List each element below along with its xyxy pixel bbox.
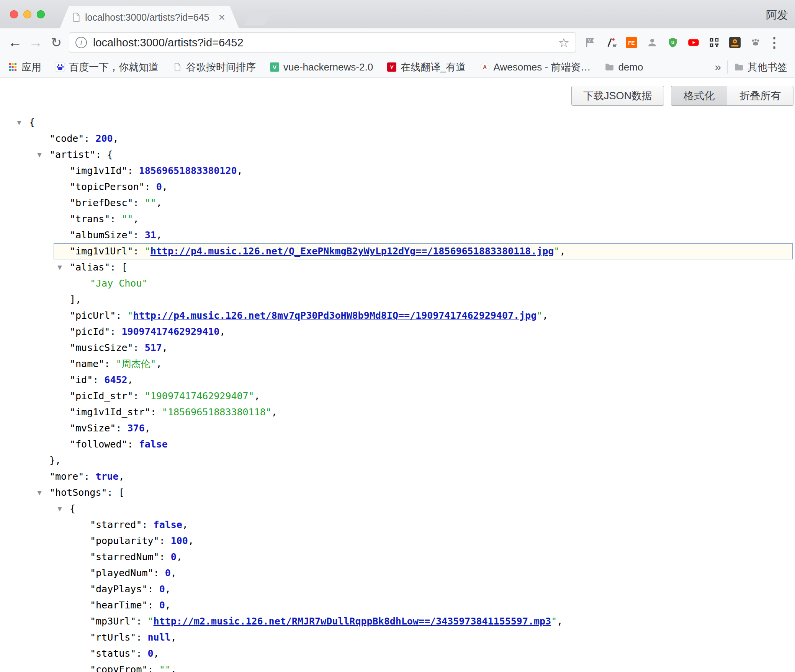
json-punctuation: : <box>133 246 145 257</box>
json-punctuation: , <box>113 133 119 144</box>
browser-toolbar: ← → ↻ i localhost:3000/artists?id=6452 ☆… <box>0 28 795 57</box>
json-punctuation: , <box>237 165 243 176</box>
player-extension-icon[interactable] <box>727 34 743 51</box>
translate-extension-icon[interactable]: en <box>603 34 619 51</box>
fehelper-extension-icon[interactable]: FE <box>623 34 640 51</box>
site-info-icon[interactable]: i <box>75 37 87 48</box>
json-link[interactable]: http://p4.music.126.net/8mv7qP30Pd3oHW8b… <box>133 310 537 321</box>
bookmark-item[interactable]: Y在线翻译_有道 <box>387 61 466 74</box>
json-punctuation: : <box>116 310 127 321</box>
json-string: " <box>128 310 133 321</box>
json-string: "Jay Chou" <box>90 278 148 289</box>
json-string: "" <box>159 664 171 672</box>
json-punctuation: { <box>29 117 35 128</box>
bookmark-item[interactable]: 谷歌按时间排序 <box>172 61 256 74</box>
json-punctuation: , <box>171 567 177 579</box>
bookmark-item[interactable]: AAwesomes - 前端资… <box>480 61 591 74</box>
svg-text:V: V <box>588 39 591 43</box>
json-punctuation: : <box>110 326 121 337</box>
json-punctuation: : <box>110 262 121 273</box>
qrcode-extension-icon[interactable] <box>706 34 722 51</box>
json-number: 18569651883380120 <box>139 165 237 176</box>
json-line: "playedNum": 0, <box>0 565 795 581</box>
json-line: "starredNum": 0, <box>0 549 795 565</box>
json-line: "picId_str": "19097417462929407", <box>0 388 795 404</box>
json-punctuation: { <box>107 149 113 160</box>
bookmark-item[interactable]: Vvue-hackernews-2.0 <box>270 61 373 73</box>
json-punctuation: : <box>107 487 119 498</box>
close-window-button[interactable] <box>10 10 18 18</box>
json-punctuation: , <box>156 358 162 369</box>
json-punctuation: : <box>133 390 145 402</box>
bookmark-star-icon[interactable]: ☆ <box>558 35 569 50</box>
new-tab-button[interactable] <box>244 10 273 25</box>
other-bookmarks[interactable]: 其他书签 <box>734 61 787 74</box>
json-number: 0 <box>165 567 171 579</box>
collapse-all-button[interactable]: 折叠所有 <box>727 86 793 106</box>
json-key: "more" <box>49 471 84 482</box>
collapse-arrow-icon[interactable]: ▼ <box>15 115 24 131</box>
bookmark-item[interactable]: 应用 <box>8 61 41 74</box>
bookmark-label: 在线翻译_有道 <box>401 61 466 74</box>
collapse-arrow-icon[interactable]: ▼ <box>35 147 44 163</box>
v-flag-extension-icon[interactable]: V <box>582 34 598 51</box>
json-punctuation: : <box>128 165 139 176</box>
address-bar[interactable]: i localhost:3000/artists?id=6452 ☆ <box>69 32 576 53</box>
json-punctuation: : <box>159 535 171 546</box>
bookmarks-overflow-icon[interactable]: » <box>715 61 721 74</box>
bookmark-item[interactable]: 百度一下，你就知道 <box>55 61 159 74</box>
reload-button[interactable]: ↻ <box>46 35 67 50</box>
bookmark-label: vue-hackernews-2.0 <box>283 61 373 73</box>
json-punctuation: : <box>148 583 159 595</box>
json-literal: false <box>139 439 168 450</box>
youtube-extension-icon[interactable] <box>685 34 702 51</box>
other-bookmarks-label: 其他书签 <box>748 61 787 74</box>
browser-menu-icon[interactable]: ⋮ <box>766 34 783 51</box>
json-punctuation: : <box>136 648 147 659</box>
json-key: "topicPerson" <box>70 181 145 192</box>
json-link[interactable]: http://p4.music.126.net/Q_ExePNkmgB2yWyL… <box>150 246 554 257</box>
json-number: 0 <box>156 181 162 192</box>
json-punctuation: : <box>159 551 171 562</box>
bookmark-item[interactable]: demo <box>604 61 643 73</box>
youdao-icon: Y <box>387 62 397 72</box>
shield-extension-icon[interactable]: u <box>665 34 681 51</box>
download-json-button[interactable]: 下载JSON数据 <box>571 86 664 106</box>
json-key: "img1v1Id_str" <box>70 406 150 418</box>
profile-name[interactable]: 阿发 <box>766 8 788 23</box>
url-text[interactable]: localhost:3000/artists?id=6452 <box>93 36 555 49</box>
json-key: "starred" <box>90 519 142 530</box>
json-link[interactable]: http://m2.music.126.net/RMJR7wDullRqppBk… <box>154 616 551 627</box>
json-key: "briefDesc" <box>70 197 133 208</box>
collapse-arrow-icon[interactable]: ▼ <box>55 259 64 275</box>
contacts-extension-icon[interactable] <box>644 34 660 51</box>
json-punctuation: : <box>154 567 165 579</box>
json-line: "more": true, <box>0 469 795 485</box>
json-key: "trans" <box>70 213 110 225</box>
json-punctuation: { <box>70 503 75 514</box>
back-button[interactable]: ← <box>5 34 25 51</box>
json-key: "mvSize" <box>70 423 116 434</box>
json-line: "starred": false, <box>0 517 795 533</box>
format-button[interactable]: 格式化 <box>671 86 727 106</box>
json-number: 376 <box>128 423 145 434</box>
page-content: 下载JSON数据 格式化 折叠所有 ▼{"code": 200,▼"artist… <box>0 78 795 672</box>
zoom-window-button[interactable] <box>37 10 45 18</box>
forward-button: → <box>25 34 46 51</box>
json-punctuation: , <box>165 600 171 611</box>
browser-tab[interactable]: localhost:3000/artists?id=645 × <box>69 6 230 28</box>
json-punctuation: , <box>133 213 139 225</box>
json-line: ▼"hotSongs": [ <box>0 485 795 501</box>
apps-grid-icon <box>8 62 18 72</box>
json-number: 0 <box>148 648 154 659</box>
minimize-window-button[interactable] <box>23 10 31 18</box>
json-key: "picId_str" <box>70 390 133 402</box>
collapse-arrow-icon[interactable]: ▼ <box>55 501 64 517</box>
json-string: " <box>537 310 542 321</box>
tab-close-icon[interactable]: × <box>216 11 227 24</box>
json-punctuation: : <box>136 632 147 643</box>
collapse-arrow-icon[interactable]: ▼ <box>35 485 44 501</box>
json-punctuation: , <box>119 471 124 482</box>
paw-extension-icon[interactable] <box>748 34 764 51</box>
awesomes-icon: A <box>480 62 490 72</box>
